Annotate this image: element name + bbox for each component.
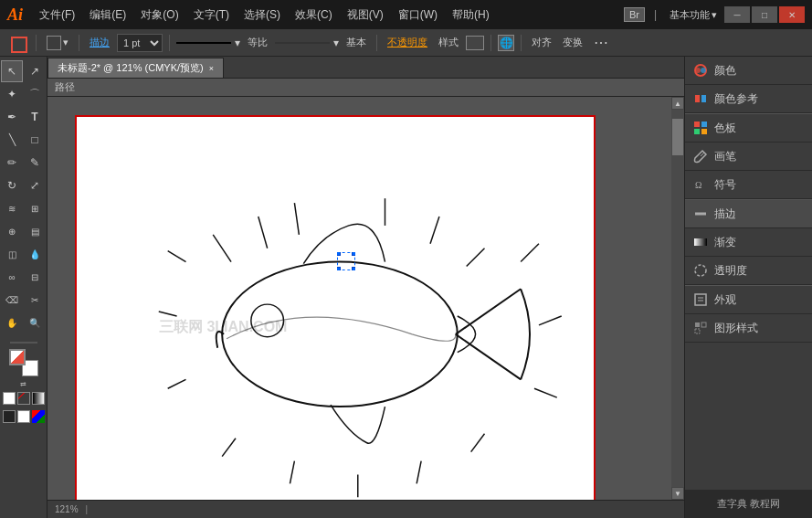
gradient-tool[interactable]: ◫ bbox=[1, 243, 23, 265]
scroll-track[interactable] bbox=[671, 110, 684, 487]
tool-row-12: ✋ 🔍 bbox=[1, 312, 46, 333]
menu-help[interactable]: 帮助(H) bbox=[447, 5, 495, 25]
swatches-icon bbox=[692, 120, 709, 136]
color-mode-row bbox=[3, 392, 45, 405]
panel-bottom-logo: 查字典 教程网 bbox=[685, 490, 812, 518]
tool-row-10: ∞ ⊟ bbox=[1, 266, 46, 288]
eraser-tool[interactable]: ⌫ bbox=[1, 289, 23, 311]
bridge-button[interactable]: Br bbox=[624, 7, 645, 22]
svg-rect-33 bbox=[695, 294, 706, 305]
free-transform-tool[interactable]: ⊞ bbox=[24, 197, 46, 219]
paintbrush-tool[interactable]: ✏ bbox=[1, 152, 23, 174]
white-preset[interactable] bbox=[17, 410, 30, 423]
blend-tool[interactable]: ∞ bbox=[1, 266, 23, 288]
panel-item-color-ref[interactable]: 颜色参考 bbox=[685, 85, 812, 113]
no-color-icon[interactable] bbox=[17, 392, 30, 405]
align-label[interactable]: 对齐 bbox=[528, 34, 555, 51]
stroke-label: 描边 bbox=[86, 34, 113, 51]
scroll-thumb[interactable] bbox=[672, 119, 683, 155]
line-tool[interactable]: ╲ bbox=[1, 129, 23, 151]
toolbar-separator-2 bbox=[79, 35, 79, 51]
black-preset[interactable] bbox=[3, 410, 16, 423]
hand-tool[interactable]: ✋ bbox=[1, 312, 23, 333]
stroke-panel-icon bbox=[692, 206, 709, 222]
menu-file[interactable]: 文件(F) bbox=[34, 5, 80, 25]
stroke-weight-select[interactable]: 1 pt bbox=[117, 34, 163, 52]
scroll-up-button[interactable]: ▲ bbox=[671, 97, 684, 110]
svg-rect-36 bbox=[695, 322, 700, 327]
solid-color-icon[interactable] bbox=[3, 392, 16, 405]
workspace-selector[interactable]: 基本功能 ▾ bbox=[666, 6, 721, 24]
selection-indicator bbox=[337, 252, 355, 270]
type-tool[interactable]: T bbox=[24, 106, 46, 128]
shape-tool[interactable]: □ bbox=[24, 129, 46, 151]
panel-item-stroke[interactable]: 描边 bbox=[685, 200, 812, 228]
graph-tool[interactable]: ▤ bbox=[24, 220, 46, 242]
dash-selector[interactable]: ▾ 等比 ▾ 基本 bbox=[176, 34, 370, 51]
gradient-icon[interactable] bbox=[32, 392, 45, 405]
symbol-tool[interactable]: ⊕ bbox=[1, 220, 23, 242]
document-tab[interactable]: 未标题-2* @ 121% (CMYK/预览) × bbox=[47, 58, 224, 78]
selection-tool[interactable]: ↖ bbox=[1, 60, 23, 82]
svg-line-9 bbox=[539, 316, 562, 325]
svg-line-17 bbox=[159, 312, 177, 316]
vertical-scrollbar[interactable]: ▲ ▼ bbox=[671, 97, 684, 500]
svg-rect-37 bbox=[701, 322, 706, 327]
canvas-area[interactable]: 三联网 3LIAN.COM bbox=[47, 97, 671, 500]
scissors-tool[interactable]: ✂ bbox=[24, 289, 46, 311]
menu-effect[interactable]: 效果(C) bbox=[290, 5, 338, 25]
tab-close-button[interactable]: × bbox=[209, 64, 214, 73]
transform-expand[interactable]: ⋯ bbox=[590, 32, 612, 53]
globe-icon[interactable]: 🌐 bbox=[498, 35, 514, 51]
scroll-down-button[interactable]: ▼ bbox=[671, 487, 684, 500]
svg-line-16 bbox=[168, 379, 186, 388]
fish-drawing bbox=[77, 117, 594, 500]
panel-item-swatches[interactable]: 色板 bbox=[685, 114, 812, 143]
pen-tool[interactable]: ✒ bbox=[1, 106, 23, 128]
pencil-tool[interactable]: ✎ bbox=[24, 152, 46, 174]
panel-item-color[interactable]: 颜色 bbox=[685, 57, 812, 85]
toolbar-separator-5 bbox=[490, 35, 491, 51]
stroke-line2-icon bbox=[275, 42, 330, 44]
status-info: | bbox=[86, 504, 89, 514]
menu-object[interactable]: 对象(O) bbox=[135, 5, 184, 25]
rotate-tool[interactable]: ↻ bbox=[1, 174, 23, 196]
panel-item-appearance[interactable]: 外观 bbox=[685, 286, 812, 314]
menu-view[interactable]: 视图(V) bbox=[342, 5, 389, 25]
window-controls: ─ □ ✕ bbox=[724, 6, 805, 23]
opacity-label[interactable]: 不透明度 bbox=[384, 34, 431, 51]
transform-label[interactable]: 变换 bbox=[559, 34, 586, 51]
panel-item-graphic-styles[interactable]: 图形样式 bbox=[685, 314, 812, 343]
menu-type[interactable]: 文字(T) bbox=[188, 5, 235, 25]
tool-row-5: ✏ ✎ bbox=[1, 152, 46, 174]
magic-wand-tool[interactable]: ✦ bbox=[1, 83, 23, 105]
menu-select[interactable]: 选择(S) bbox=[238, 5, 286, 25]
svg-line-14 bbox=[290, 461, 294, 484]
warp-tool[interactable]: ≋ bbox=[1, 197, 23, 219]
panel-item-transparency[interactable]: 透明度 bbox=[685, 257, 812, 285]
style-label[interactable]: 样式 bbox=[435, 34, 462, 51]
lasso-tool[interactable]: ⌒ bbox=[24, 83, 46, 105]
tool-row-8: ⊕ ▤ bbox=[1, 220, 46, 242]
panel-item-gradient[interactable]: 渐变 bbox=[685, 228, 812, 257]
color-preset[interactable] bbox=[32, 410, 45, 423]
direct-selection-tool[interactable]: ↗ bbox=[24, 60, 46, 82]
style-swatch[interactable] bbox=[466, 36, 484, 50]
slice-tool[interactable]: ⊟ bbox=[24, 266, 46, 288]
panel-item-brushes[interactable]: 画笔 bbox=[685, 143, 812, 171]
svg-line-2 bbox=[213, 235, 231, 262]
main-area: ↖ ↗ ✦ ⌒ ✒ T ╲ □ ✏ ✎ ↻ ⤢ ≋ ⊞ ⊕ ▤ bbox=[0, 57, 812, 518]
zoom-tool[interactable]: 🔍 bbox=[24, 312, 46, 333]
menu-edit[interactable]: 编辑(E) bbox=[84, 5, 132, 25]
stroke-color-picker[interactable] bbox=[5, 33, 29, 53]
eyedropper-tool[interactable]: 💧 bbox=[24, 243, 46, 265]
fill-stroke-selector[interactable] bbox=[9, 349, 38, 376]
swap-icon[interactable]: ⇄ bbox=[20, 380, 26, 388]
menu-window[interactable]: 窗口(W) bbox=[393, 5, 443, 25]
scale-tool[interactable]: ⤢ bbox=[24, 174, 46, 196]
shape-selector[interactable]: ▾ bbox=[43, 34, 72, 52]
panel-item-symbols[interactable]: Ω 符号 bbox=[685, 171, 812, 199]
minimize-button[interactable]: ─ bbox=[724, 6, 750, 23]
maximize-button[interactable]: □ bbox=[752, 6, 777, 23]
close-button[interactable]: ✕ bbox=[779, 6, 805, 23]
